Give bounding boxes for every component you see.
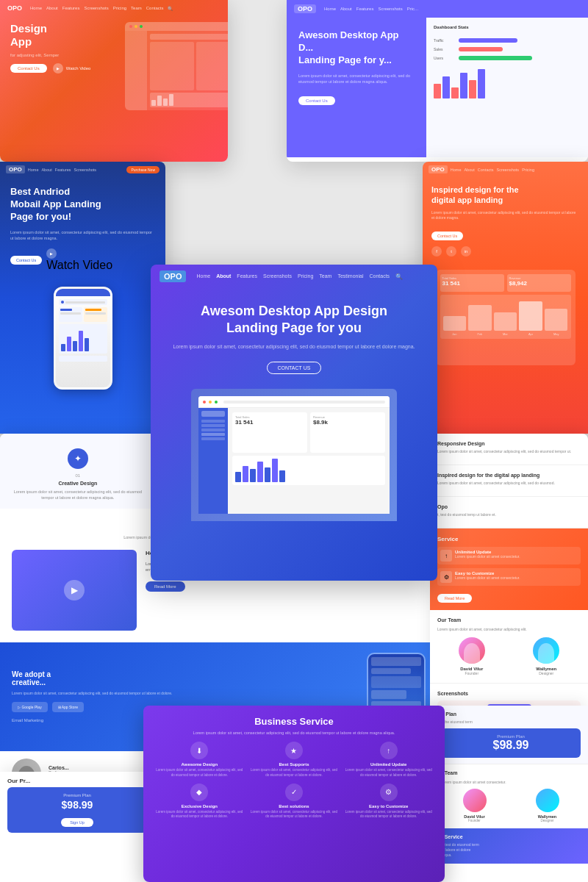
nav-tr-about[interactable]: About bbox=[340, 7, 352, 11]
nav-about[interactable]: About bbox=[46, 6, 58, 11]
nav-mr-contacts[interactable]: Contacts bbox=[478, 168, 494, 172]
cbr2-pricing-section: g Plan a the eiusmod term Premium Plan $… bbox=[434, 706, 588, 764]
cbr-opo-section: Opo t, test do eiusmod temp ut labore et… bbox=[430, 497, 588, 528]
adopt-badge-1[interactable]: ▷ Google Play bbox=[12, 702, 48, 712]
nav-c-features[interactable]: Features bbox=[237, 273, 257, 280]
cop-price: $98.99 bbox=[13, 799, 141, 811]
instagram-icon[interactable]: in bbox=[461, 246, 471, 257]
nav-tr-features[interactable]: Features bbox=[356, 7, 374, 11]
cbr2-service-section: r Service s, test do eiusmod termut labo… bbox=[434, 828, 588, 864]
watch-video-mid-left[interactable]: ▶ Watch Video bbox=[46, 248, 112, 272]
nav-links-top-left: Home About Features Screenshots Pricing … bbox=[30, 6, 173, 11]
cb-feature-5: ✓ Best solutions Lorem ipsum dolor sit a… bbox=[250, 784, 339, 820]
cb-feature-6: ⚙ Easy to Customize Lorem ipsum dolor si… bbox=[344, 784, 433, 820]
adopt-desc: Lorem ipsum dolor sit amet, consectetur … bbox=[12, 691, 358, 697]
nav-mr-home[interactable]: Home bbox=[451, 168, 462, 172]
nav-team[interactable]: Team bbox=[131, 6, 142, 11]
twitter-icon[interactable]: t bbox=[446, 246, 456, 257]
play-button-about[interactable]: ▶ bbox=[64, 580, 85, 600]
card-top-right: OPO Home About Features Screenshots Pric… bbox=[287, 0, 588, 162]
cb-title: Business Service bbox=[155, 716, 433, 727]
card-mid-left: OPO Home About Features Screenshots Purc… bbox=[0, 162, 165, 434]
play-icon: ▶ bbox=[53, 63, 63, 74]
cbr2-team-title: r Team bbox=[441, 770, 581, 775]
contact-us-button-top-left[interactable]: Contact Us bbox=[10, 64, 47, 73]
cop-sign-up-button[interactable]: Sign Up bbox=[61, 818, 93, 827]
nav-c-contacts[interactable]: Contacts bbox=[369, 273, 390, 280]
title-mid-right: Inspired design for thedigital app landi… bbox=[431, 184, 579, 206]
nav-tr-pricing[interactable]: Pric... bbox=[407, 7, 418, 11]
cbr-inspired-desc: Lorem ipsum dolor sit amet, consectetur … bbox=[437, 481, 581, 486]
nav-c-pricing[interactable]: Pricing bbox=[298, 273, 313, 280]
cb-f-title-1: Awesome Design bbox=[155, 762, 244, 767]
cbr-responsive-desc: Lorem ipsum dolor sit amet, consectetur … bbox=[437, 449, 581, 454]
cbr2-role-2: Designer bbox=[514, 819, 581, 822]
service-read-more-button[interactable]: Read More bbox=[437, 594, 472, 603]
card-mid-right: OPO Home About Contacts Screenshots Pric… bbox=[423, 162, 588, 434]
widget-2: Revenue $8.9k bbox=[310, 412, 385, 453]
facebook-icon[interactable]: f bbox=[431, 246, 442, 257]
nav-mr-pricing[interactable]: Pricing bbox=[522, 168, 534, 172]
nav-c-home[interactable]: Home bbox=[196, 273, 210, 280]
nav-c-team[interactable]: Team bbox=[319, 273, 331, 280]
nav-search-icon[interactable]: 🔍 bbox=[168, 6, 173, 11]
card-our-plan: Our Pr... Premium Plan $98.99 Sign Up bbox=[0, 772, 154, 882]
service-item-unlimited: ↑ Unlimited Update Lorem ipsum dolor sit… bbox=[437, 547, 581, 564]
cb-subtitle: Lorem ipsum dolor sit amet, consectetur … bbox=[155, 730, 433, 736]
nav-c-testimonial[interactable]: Testimonial bbox=[337, 273, 363, 280]
nav-center: OPO Home About Features Screenshots Pric… bbox=[151, 265, 437, 288]
contact-button-mid-right[interactable]: Contact Us bbox=[431, 232, 463, 240]
cb-f-title-3: Unlimited Update bbox=[344, 762, 433, 767]
contact-us-button-top-right[interactable]: Contact Us bbox=[298, 96, 335, 105]
service-item-text-easy: Easy to Customize Lorem ipsum dolor sit … bbox=[455, 571, 578, 583]
nav-tr-screenshots[interactable]: Screenshots bbox=[378, 7, 402, 11]
desc-top-right: Lorem ipsum dolor sit amet, consectetur … bbox=[298, 73, 415, 85]
desc-center: Lorem ipsum dolor sit amet, consectetur … bbox=[165, 343, 423, 351]
chart-top-right: Dashboard Stats Traffic Sales Users bbox=[426, 18, 588, 157]
dashboard-image-center: Total Sales 31 541 Revenue $8.9k bbox=[191, 389, 397, 521]
cbr2-amount: $98.99 bbox=[447, 739, 575, 752]
cb-header: Business Service Lorem ipsum dolor sit a… bbox=[143, 706, 445, 742]
title-mid-left: Best AndriodMobail App LandingPage for y… bbox=[10, 186, 155, 223]
nav-links-mid-left: Home About Features Screenshots bbox=[28, 168, 96, 172]
nav-mid-left: OPO Home About Features Screenshots Purc… bbox=[0, 162, 165, 177]
dm-header bbox=[198, 396, 390, 408]
nav-contacts[interactable]: Contacts bbox=[146, 6, 164, 11]
cbr-responsive-section: Responsive Design Lorem ipsum dolor sit … bbox=[430, 434, 588, 465]
cbr2-role-1: Founder bbox=[441, 819, 508, 822]
nav-ml-features[interactable]: Features bbox=[55, 168, 71, 172]
about-video[interactable]: ▶ bbox=[12, 550, 137, 631]
adopt-badge-2[interactable]: ⊞ App Store bbox=[52, 702, 84, 712]
nav-c-screenshots[interactable]: Screenshots bbox=[263, 273, 292, 280]
nav-mr-about[interactable]: About bbox=[464, 168, 474, 172]
read-more-button[interactable]: Read More bbox=[146, 581, 185, 592]
title-top-right: Awesom Desktop App D...Landing Page for … bbox=[298, 29, 415, 67]
nav-mr-screenshots[interactable]: Screenshots bbox=[497, 168, 520, 172]
nav-c-about[interactable]: About bbox=[216, 273, 231, 280]
nav-ml-about[interactable]: About bbox=[41, 168, 51, 172]
dm-sidebar bbox=[198, 408, 228, 514]
cbr-team-subtitle: Lorem ipsum dolor sit amet, consectetur … bbox=[437, 627, 581, 631]
cbr-inspired-title: Inspired design for the digital app land… bbox=[437, 473, 581, 478]
contact-us-button-center[interactable]: CONTACT US bbox=[267, 362, 322, 374]
chart-widget bbox=[232, 456, 385, 485]
card-bottom-right2: g Plan a the eiusmod term Premium Plan $… bbox=[434, 706, 588, 882]
purchase-button-mid-left[interactable]: Purchase Now bbox=[126, 166, 159, 173]
contact-button-mid-left[interactable]: Contact Us bbox=[10, 256, 42, 265]
nav-screenshots[interactable]: Screenshots bbox=[84, 6, 108, 11]
nav-features[interactable]: Features bbox=[62, 6, 80, 11]
cb-icon-1: ⬇ bbox=[190, 742, 208, 759]
nav-c-search-icon[interactable]: 🔍 bbox=[395, 273, 403, 280]
watch-video-button-top-left[interactable]: ▶ Watch Video bbox=[53, 63, 91, 74]
hero-center: Awesom Desktop App DesignLanding Page fo… bbox=[151, 288, 437, 381]
nav-home[interactable]: Home bbox=[30, 6, 42, 11]
logo-center: OPO bbox=[159, 270, 186, 282]
dashboard-mock: Total Sales 31 541 Revenue $8.9k bbox=[198, 396, 390, 514]
nav-ml-home[interactable]: Home bbox=[28, 168, 39, 172]
nav-pricing[interactable]: Pricing bbox=[113, 6, 126, 11]
nav-tr-home[interactable]: Home bbox=[324, 7, 336, 11]
card-top-left: OPO Home About Features Screenshots Pric… bbox=[0, 0, 228, 162]
nav-links-top-right: Home About Features Screenshots Pric... bbox=[324, 7, 418, 11]
logo-top-right: OPO bbox=[294, 4, 316, 13]
nav-ml-screenshots[interactable]: Screenshots bbox=[74, 168, 97, 172]
